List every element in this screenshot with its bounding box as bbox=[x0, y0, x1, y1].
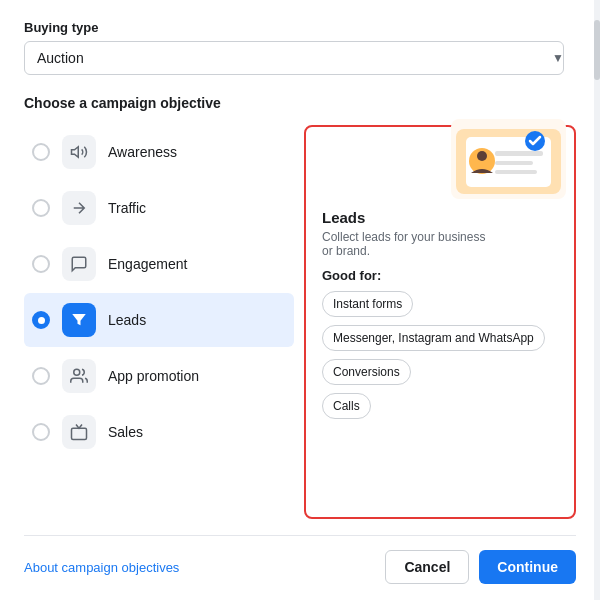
label-engagement: Engagement bbox=[108, 256, 187, 272]
cancel-button[interactable]: Cancel bbox=[385, 550, 469, 584]
label-sales: Sales bbox=[108, 424, 143, 440]
buying-type-dropdown[interactable]: AuctionReach and frequencyTRP buying bbox=[24, 41, 564, 75]
objective-item-sales[interactable]: Sales bbox=[24, 405, 294, 459]
radio-sales[interactable] bbox=[32, 423, 50, 441]
svg-rect-5 bbox=[495, 151, 543, 156]
svg-marker-0 bbox=[72, 147, 79, 158]
svg-point-1 bbox=[74, 369, 80, 375]
objective-item-awareness[interactable]: Awareness bbox=[24, 125, 294, 179]
icon-awareness bbox=[62, 135, 96, 169]
icon-sales bbox=[62, 415, 96, 449]
detail-description: Collect leads for your business or brand… bbox=[322, 230, 492, 258]
about-campaign-link[interactable]: About campaign objectives bbox=[24, 560, 179, 575]
icon-traffic bbox=[62, 191, 96, 225]
radio-traffic[interactable] bbox=[32, 199, 50, 217]
tag-conversions: Conversions bbox=[322, 359, 411, 385]
objective-item-app-promotion[interactable]: App promotion bbox=[24, 349, 294, 403]
page-container: Buying type AuctionReach and frequencyTR… bbox=[0, 0, 600, 600]
svg-rect-7 bbox=[495, 170, 537, 174]
buying-type-section: Buying type AuctionReach and frequencyTR… bbox=[24, 20, 576, 95]
scrollbar-thumb[interactable] bbox=[594, 20, 600, 80]
scrollbar-track[interactable] bbox=[594, 0, 600, 600]
detail-panel: Leads Collect leads for your business or… bbox=[304, 125, 576, 519]
icon-app-promotion bbox=[62, 359, 96, 393]
radio-leads[interactable] bbox=[32, 311, 50, 329]
svg-point-9 bbox=[477, 151, 487, 161]
buying-type-label: Buying type bbox=[24, 20, 576, 35]
tags-list: Instant forms Messenger, Instagram and W… bbox=[322, 291, 558, 425]
radio-awareness[interactable] bbox=[32, 143, 50, 161]
svg-rect-2 bbox=[72, 428, 87, 439]
objective-item-traffic[interactable]: Traffic bbox=[24, 181, 294, 235]
radio-app-promotion[interactable] bbox=[32, 367, 50, 385]
section-title: Choose a campaign objective bbox=[24, 95, 576, 111]
buying-type-dropdown-container: AuctionReach and frequencyTRP buying ▼ bbox=[24, 41, 576, 75]
objectives-list: Awareness Traffic bbox=[24, 125, 294, 519]
illustration bbox=[451, 119, 566, 199]
label-app-promotion: App promotion bbox=[108, 368, 199, 384]
label-leads: Leads bbox=[108, 312, 146, 328]
footer: About campaign objectives Cancel Continu… bbox=[24, 535, 576, 584]
tag-calls: Calls bbox=[322, 393, 371, 419]
svg-rect-6 bbox=[495, 161, 533, 165]
label-awareness: Awareness bbox=[108, 144, 177, 160]
icon-leads bbox=[62, 303, 96, 337]
good-for-label: Good for: bbox=[322, 268, 558, 283]
radio-engagement[interactable] bbox=[32, 255, 50, 273]
tag-messenger: Messenger, Instagram and WhatsApp bbox=[322, 325, 545, 351]
continue-button[interactable]: Continue bbox=[479, 550, 576, 584]
main-content: Awareness Traffic bbox=[24, 125, 576, 519]
footer-buttons: Cancel Continue bbox=[385, 550, 576, 584]
tag-instant-forms: Instant forms bbox=[322, 291, 413, 317]
objective-item-leads[interactable]: Leads bbox=[24, 293, 294, 347]
label-traffic: Traffic bbox=[108, 200, 146, 216]
detail-title: Leads bbox=[322, 209, 558, 226]
icon-engagement bbox=[62, 247, 96, 281]
objective-item-engagement[interactable]: Engagement bbox=[24, 237, 294, 291]
